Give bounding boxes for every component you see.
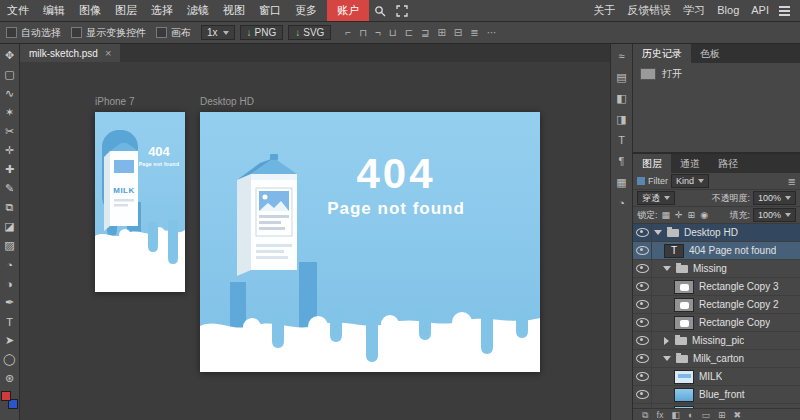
menu-view[interactable]: 视图 <box>216 0 252 21</box>
layer-row-rectangle-copy[interactable]: Rectangle Copy <box>633 314 800 332</box>
collapsed-panel-icon[interactable]: ◨ <box>616 114 626 125</box>
lock-all-icon[interactable]: ◉ <box>699 210 709 220</box>
collapsed-panel-icon[interactable]: ≈ <box>618 51 624 62</box>
layer-row-rectangle-copy-2[interactable]: Rectangle Copy 2 <box>633 296 800 314</box>
magic-wand-tool[interactable]: ✶ <box>1 103 19 122</box>
link-layers-icon[interactable]: ⧉ <box>642 411 648 420</box>
menu-report-bug[interactable]: 反馈错误 <box>621 0 677 21</box>
heal-tool[interactable]: ✚ <box>1 160 19 179</box>
character-panel-icon[interactable]: T <box>618 135 625 146</box>
layer-row-missing-pic[interactable]: Missing_pic <box>633 332 800 350</box>
paragraph-panel-icon[interactable]: ¶ <box>619 156 625 167</box>
eraser-tool[interactable]: ◪ <box>1 217 19 236</box>
visibility-toggle[interactable] <box>633 350 652 367</box>
shape-tool[interactable]: ◯ <box>1 350 19 369</box>
collapsed-caret-icon[interactable] <box>664 337 669 345</box>
transform-controls-checkbox[interactable]: 显示变换控件 <box>71 26 146 40</box>
menu-blog[interactable]: Blog <box>711 0 745 21</box>
layer-row-rectangle-copy-3[interactable]: Rectangle Copy 3 <box>633 278 800 296</box>
visibility-toggle[interactable] <box>633 332 652 349</box>
close-icon[interactable]: × <box>105 48 111 58</box>
dodge-tool[interactable]: ◑ <box>1 274 19 293</box>
type-tool[interactable]: T <box>1 312 19 331</box>
add-mask-icon[interactable]: ◧ <box>671 411 680 420</box>
align-icon[interactable]: ⊓ <box>356 27 370 38</box>
menu-about[interactable]: 关于 <box>587 0 621 21</box>
pen-tool[interactable]: ✒ <box>1 293 19 312</box>
expand-caret-icon[interactable] <box>663 356 671 361</box>
layer-row-missing[interactable]: Missing <box>633 260 800 278</box>
color-swatches[interactable] <box>1 391 19 411</box>
visibility-toggle[interactable] <box>633 242 652 259</box>
panel-menu-icon[interactable]: ≣ <box>788 176 796 187</box>
visibility-toggle[interactable] <box>633 314 652 331</box>
brush-tool[interactable]: ✎ <box>1 179 19 198</box>
visibility-toggle[interactable] <box>633 404 652 408</box>
align-icon[interactable]: ¬ <box>372 27 384 38</box>
tab-layers[interactable]: 图层 <box>633 154 671 173</box>
lock-artboard-icon[interactable]: ⊞ <box>687 210 697 220</box>
tab-swatches[interactable]: 色板 <box>691 44 729 63</box>
menu-layer[interactable]: 图层 <box>108 0 144 21</box>
fullscreen-button[interactable] <box>391 0 413 21</box>
filter-kind-select[interactable]: Kind <box>671 174 709 188</box>
lock-transparency-icon[interactable]: ▦ <box>661 210 672 220</box>
fill-select[interactable]: 100% <box>753 208 796 222</box>
align-icon[interactable]: ⌐ <box>342 27 354 38</box>
gradient-tool[interactable]: ▨ <box>1 236 19 255</box>
path-select-tool[interactable]: ➤ <box>1 331 19 350</box>
tab-history[interactable]: 历史记录 <box>633 44 691 63</box>
menu-filter[interactable]: 滤镜 <box>180 0 216 21</box>
export-svg-button[interactable]: ↓ SVG <box>288 25 331 40</box>
align-icon[interactable]: ⋯ <box>484 27 500 38</box>
layer-row-milk-carton[interactable]: Milk_carton <box>633 350 800 368</box>
auto-select-checkbox[interactable]: 自动选择 <box>6 26 61 40</box>
expand-caret-icon[interactable] <box>663 266 671 271</box>
align-icon[interactable]: ≣ <box>467 27 481 38</box>
visibility-toggle[interactable] <box>633 296 652 313</box>
collapsed-panel-icon[interactable]: ▦ <box>616 177 626 188</box>
align-icon[interactable]: ⊏ <box>402 27 416 38</box>
marquee-tool[interactable]: ▢ <box>1 65 19 84</box>
document-tab[interactable]: milk-sketch.psd × <box>20 44 120 62</box>
layer-effects-icon[interactable]: fx <box>656 411 663 420</box>
artboard-label-iphone[interactable]: iPhone 7 <box>95 96 134 107</box>
new-layer-icon[interactable]: ⊞ <box>718 411 726 420</box>
new-group-icon[interactable]: ▭ <box>701 411 710 420</box>
align-icon[interactable]: ⊔ <box>386 27 400 38</box>
layer-row-desktop-hd[interactable]: Desktop HD <box>633 224 800 242</box>
menu-more[interactable]: 更多 <box>288 0 324 21</box>
collapsed-panel-icon[interactable]: ▤ <box>616 72 626 83</box>
blur-tool[interactable]: ◔ <box>1 255 19 274</box>
menu-select[interactable]: 选择 <box>144 0 180 21</box>
align-icon[interactable]: ⊒ <box>418 27 432 38</box>
lasso-tool[interactable]: ∿ <box>1 84 19 103</box>
delete-layer-icon[interactable]: ✖ <box>733 411 741 420</box>
lock-position-icon[interactable]: ✛ <box>674 210 684 220</box>
visibility-toggle[interactable] <box>633 260 652 277</box>
visibility-toggle[interactable] <box>633 386 652 403</box>
align-icon[interactable]: ⊟ <box>451 27 465 38</box>
crop-tool[interactable]: ✂ <box>1 122 19 141</box>
tab-paths[interactable]: 路径 <box>709 154 747 173</box>
menu-window[interactable]: 窗口 <box>252 0 288 21</box>
menu-image[interactable]: 图像 <box>72 0 108 21</box>
menu-api[interactable]: API <box>745 0 775 21</box>
export-png-button[interactable]: ↓ PNG <box>240 25 284 40</box>
adjustment-layer-icon[interactable]: ◐ <box>688 411 693 420</box>
canvas-checkbox[interactable]: 画布 <box>156 26 191 40</box>
blend-mode-select[interactable]: 穿透 <box>637 191 675 205</box>
collapsed-panel-icon[interactable]: ◔ <box>618 198 625 209</box>
layer-row-404-text[interactable]: T 404 Page not found <box>633 242 800 260</box>
visibility-toggle[interactable] <box>633 368 652 385</box>
canvas-area[interactable]: iPhone 7 Desktop HD <box>20 62 610 420</box>
visibility-toggle[interactable] <box>633 278 652 295</box>
artboard-iphone-7[interactable]: MILK 404 Page not found <box>95 112 185 292</box>
opacity-select[interactable]: 100% <box>753 191 796 205</box>
menu-edit[interactable]: 编辑 <box>36 0 72 21</box>
move-tool[interactable]: ✥ <box>1 46 19 65</box>
zoom-tool[interactable]: ⊛ <box>1 369 19 388</box>
layer-row-milk[interactable]: MILK <box>633 368 800 386</box>
artboard-desktop-hd[interactable]: 404 Page not found <box>200 112 540 372</box>
menu-file[interactable]: 文件 <box>0 0 36 21</box>
